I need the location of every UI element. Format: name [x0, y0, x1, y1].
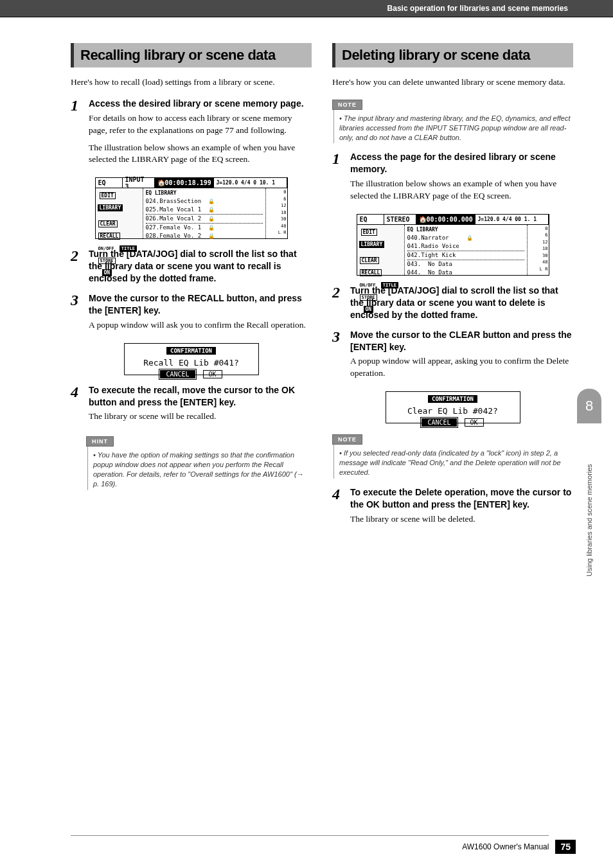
- left-step-3: 3 Move the cursor to the RECALL button, …: [71, 292, 312, 337]
- meter-val: 48: [528, 259, 548, 266]
- title-button[interactable]: TITLE: [381, 282, 398, 288]
- store-button[interactable]: STORE: [98, 258, 116, 264]
- ss-screen-name: EQ: [357, 215, 384, 224]
- list-item-label: 025.Male Vocal 1: [146, 206, 202, 213]
- list-item-label: 026.Male Vocal 2: [146, 215, 202, 222]
- step-heading: Access the desired library or scene memo…: [89, 98, 312, 110]
- step-text: The illustration below shows an example …: [350, 178, 573, 202]
- list-item[interactable]: 024.BrassSection 🔒: [146, 197, 263, 206]
- ss-topbar: EQ STEREO 🏠 00:00:00.000 J=120.0 4/4 00 …: [357, 215, 549, 225]
- ss-tempo: J=120.0 4/4 00 1. 1: [475, 215, 549, 224]
- cancel-button[interactable]: CANCEL: [422, 418, 456, 427]
- on-button[interactable]: ON: [102, 269, 112, 276]
- step-text: For details on how to access each librar…: [89, 112, 312, 137]
- list-item-selected[interactable]: 026.Male Vocal 2 🔒: [146, 214, 263, 224]
- step-body: Move the cursor to the CLEAR button and …: [350, 329, 573, 385]
- library-button[interactable]: LIBRARY: [98, 204, 123, 211]
- meter-val: 18: [267, 209, 287, 217]
- list-item-label: 044. No Data: [407, 269, 452, 276]
- step-body: Move the cursor to the RECALL button, an…: [89, 292, 312, 337]
- recall-button[interactable]: RECALL: [98, 233, 121, 240]
- meter-val: 18: [528, 245, 548, 252]
- step-number: 1: [332, 151, 344, 208]
- confirm-popup-screenshot: CONFIRMATION Recall EQ Lib #041? CANCEL …: [124, 343, 259, 375]
- list-item[interactable]: 041.Radio Voice: [407, 242, 524, 251]
- step-heading: Access the page for the desired library …: [350, 151, 573, 175]
- step-heading: To execute the Delete operation, move th…: [350, 486, 573, 511]
- note-label: NOTE: [332, 434, 362, 445]
- step-number: 4: [332, 486, 344, 531]
- eq-library-screenshot-delete: EQ STEREO 🏠 00:00:00.000 J=120.0 4/4 00 …: [357, 214, 549, 276]
- chapter-number: 8: [577, 389, 601, 423]
- meter-val: 12: [267, 202, 287, 209]
- note-text: • The input library and mastering librar…: [339, 114, 571, 143]
- list-item[interactable]: 043. No Data: [407, 260, 524, 269]
- lock-icon: 🔒: [208, 216, 215, 222]
- left-title-wrap: Recalling library or scene data: [71, 43, 312, 67]
- recall-button[interactable]: RECALL: [360, 269, 382, 276]
- step-text: The library or scene will be recalled.: [89, 411, 312, 423]
- ss-meter: 0 6 12 18 30 48 L R: [265, 188, 287, 238]
- note-text-content: If you selected read-only data (indicate…: [339, 449, 561, 476]
- list-item[interactable]: 044. No Data: [407, 269, 524, 277]
- list-item[interactable]: 040.Narrator 🔒: [407, 234, 524, 242]
- confirm-question: Recall EQ Lib #041?: [125, 358, 258, 368]
- list-item[interactable]: 025.Male Vocal 1 🔒: [146, 206, 263, 214]
- hint-text-content: You have the option of making settings s…: [93, 451, 304, 488]
- right-title-wrap: Deleting library or scene data: [332, 43, 573, 67]
- ss-left-panel: EDIT LIBRARY CLEAR RECALL ON/OFF TITLE S…: [357, 225, 405, 275]
- meter-val: 48: [267, 223, 287, 230]
- ok-button[interactable]: OK: [465, 418, 484, 427]
- ss-channel: INPUT 3: [123, 178, 155, 188]
- on-button[interactable]: ON: [364, 306, 374, 313]
- page-content: Recalling library or scene data Here's h…: [0, 17, 613, 535]
- clear-button[interactable]: CLEAR: [98, 220, 118, 227]
- ss-tempo: J=120.0 4/4 0 10. 1: [214, 178, 287, 188]
- store-button[interactable]: STORE: [360, 294, 377, 301]
- meter-val: 6: [267, 196, 287, 203]
- confirm-question: Clear EQ Lib #042?: [386, 406, 520, 416]
- ss-body: EDIT LIBRARY CLEAR RECALL ON/OFF TITLE S…: [96, 188, 287, 238]
- note-box-2: NOTE • If you selected read-only data (i…: [332, 432, 573, 479]
- onoff-label: ON/OFF: [98, 246, 114, 251]
- ss-channel: STEREO: [384, 215, 416, 224]
- step-number: 3: [71, 292, 82, 337]
- list-item[interactable]: 027.Female Vo. 1 🔒: [146, 224, 263, 232]
- lock-icon: 🔒: [208, 207, 215, 213]
- step-text: The library or scene will be deleted.: [350, 513, 573, 526]
- clear-button[interactable]: CLEAR: [360, 257, 379, 264]
- cancel-button[interactable]: CANCEL: [160, 370, 195, 378]
- list-item-label: 024.BrassSection: [146, 198, 202, 204]
- right-step-3: 3 Move the cursor to the CLEAR button an…: [332, 329, 573, 385]
- ss-timecode: 🏠 00:00:18.199: [155, 178, 214, 188]
- meter-lr: L R: [267, 229, 287, 236]
- right-step-1: 1 Access the page for the desired librar…: [332, 151, 573, 208]
- lock-icon: 🔒: [208, 233, 215, 239]
- confirm-popup-screenshot-delete: CONFIRMATION Clear EQ Lib #042? CANCEL O…: [386, 391, 520, 423]
- step-text: A popup window will appear, asking you t…: [350, 355, 573, 380]
- ss-timecode: 🏠 00:00:00.000: [416, 215, 475, 224]
- eq-library-screenshot: EQ INPUT 3 🏠 00:00:18.199 J=120.0 4/4 0 …: [95, 177, 288, 239]
- ss-timecode-val: 00:00:18.199: [165, 179, 211, 186]
- confirm-buttons: CANCEL OK: [386, 418, 520, 427]
- list-item-selected[interactable]: 042.Tight Kick: [407, 251, 524, 260]
- edit-button[interactable]: EDIT: [100, 192, 116, 199]
- chapter-title: Using libraries and scene memories: [585, 429, 593, 576]
- library-type-label: EQ LIBRARY: [146, 190, 263, 197]
- hint-label: HINT: [86, 436, 114, 447]
- ss-body: EDIT LIBRARY CLEAR RECALL ON/OFF TITLE S…: [357, 225, 549, 275]
- ok-button[interactable]: OK: [203, 370, 222, 378]
- ss-left-panel: EDIT LIBRARY CLEAR RECALL ON/OFF TITLE S…: [96, 188, 143, 238]
- list-item-label: 042.Tight Kick: [407, 252, 456, 258]
- meter-val: 30: [528, 252, 548, 260]
- library-button[interactable]: LIBRARY: [359, 241, 385, 248]
- meter-val: 12: [528, 239, 548, 246]
- step-body: To execute the recall, move the cursor t…: [89, 384, 312, 429]
- left-section-title: Recalling library or scene data: [74, 43, 312, 67]
- step-heading: Move the cursor to the RECALL button, an…: [89, 292, 312, 317]
- note-text-content: The input library and mastering library,…: [339, 114, 571, 141]
- edit-button[interactable]: EDIT: [361, 229, 377, 236]
- list-item[interactable]: 028.Female Vo. 2 🔒: [146, 232, 263, 240]
- onoff-label: ON/OFF: [360, 283, 376, 288]
- title-button[interactable]: TITLE: [120, 245, 137, 252]
